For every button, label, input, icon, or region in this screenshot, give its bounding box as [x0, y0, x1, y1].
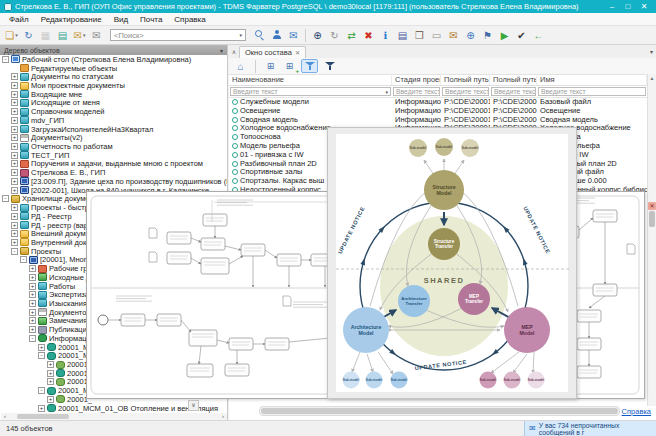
tree-expander[interactable]: - [2, 195, 9, 202]
reload-button[interactable]: ↻ [327, 27, 342, 43]
autohide-close-icon[interactable]: ✕ [648, 202, 656, 210]
scroll-up-icon[interactable]: ▲ [648, 74, 656, 82]
tree-expander[interactable]: + [11, 99, 18, 106]
sync-users-button[interactable]: ⇄ [344, 27, 359, 43]
tree-expander[interactable]: - [38, 387, 45, 394]
table-row[interactable]: ОсвещениеИнформацион...P:\CDE\20001\...P… [229, 107, 647, 116]
tree-expander[interactable]: + [11, 160, 18, 167]
tree-expander[interactable]: + [11, 117, 18, 124]
clipboard-button[interactable]: ❒ [412, 27, 427, 43]
tree-item[interactable]: +Документы(v2) [0, 133, 227, 142]
tree-item[interactable]: +[23.009.П], Здание цеха по производству… [0, 177, 227, 186]
tree-expander[interactable]: + [29, 291, 36, 298]
mail-important-button[interactable]: ✉ [446, 27, 461, 43]
tree-expander[interactable]: + [11, 82, 18, 89]
tree-item[interactable]: +ЗагрузкаИсполнителейНа3Квартал [0, 125, 227, 134]
menu-item-3[interactable]: Вид [108, 15, 134, 24]
close-button[interactable]: ✕ [636, 2, 652, 11]
tree-expander[interactable]: + [38, 344, 45, 351]
menu-item-1[interactable]: Файл [3, 15, 35, 24]
refresh-button[interactable]: ↻ [21, 27, 36, 43]
tree-expander[interactable]: + [47, 370, 54, 377]
menu-item-5[interactable]: Справка [168, 15, 211, 24]
tree-expander[interactable]: + [11, 126, 18, 133]
tree-expander[interactable]: + [11, 143, 18, 150]
add-filter-button[interactable]: ⊞+ [282, 60, 297, 73]
filter-input[interactable]: Введите текст▾ [230, 87, 391, 96]
tree-item[interactable]: +Исходящие от меня [0, 99, 227, 108]
delete-button[interactable]: ✖ [361, 27, 376, 43]
panel-menu-icon[interactable]: ▾ [220, 47, 223, 54]
paste-button[interactable]: ▤ [55, 27, 70, 43]
search-mail-button[interactable]: ✉ [286, 27, 301, 43]
run-button[interactable]: ▶ [497, 27, 512, 43]
menu-item-4[interactable]: Почта [134, 15, 168, 24]
tree-expander[interactable]: - [2, 56, 9, 63]
mail-button[interactable]: ✉ [89, 27, 104, 43]
tree-expander[interactable]: + [11, 108, 18, 115]
tree-expander[interactable]: + [29, 283, 36, 290]
search-input[interactable]: <Поиск>▾ [110, 29, 246, 41]
scroll-thumb[interactable] [261, 408, 618, 414]
column-header-1[interactable]: Наименование [229, 74, 392, 85]
tree-expander[interactable]: + [11, 239, 18, 246]
filter-dropdown-icon[interactable]: ▾ [385, 89, 388, 95]
tree-expander[interactable]: + [29, 300, 36, 307]
tree-item[interactable]: +Справочник моделей [0, 107, 227, 116]
tree-expander[interactable]: - [20, 256, 27, 263]
minimize-button[interactable]: – [604, 2, 620, 11]
tree-expander[interactable]: + [47, 396, 54, 403]
tree-expander[interactable]: + [29, 265, 36, 272]
info-button[interactable]: ℹ [378, 27, 393, 43]
filter-input[interactable]: Введите текст [538, 87, 646, 96]
tree-expander[interactable]: + [11, 169, 18, 176]
web-portal-button[interactable]: ⊕ [310, 27, 325, 43]
globe-button[interactable]: ⊕ [463, 27, 478, 43]
tree-item[interactable]: +ТЕСТ_ГИП [0, 151, 227, 160]
tree-horizontal-scrollbar[interactable]: ‹ › [1, 413, 227, 420]
tree-expander[interactable]: + [11, 91, 18, 98]
filter-input[interactable]: Введите текст▾ [393, 87, 440, 96]
tree-item[interactable]: +Документы по статусам [0, 72, 227, 81]
tree-expander[interactable]: + [11, 178, 18, 185]
tree-item[interactable]: +mdv_ГИП [0, 116, 227, 125]
tree-expander[interactable]: - [29, 335, 36, 342]
table-vertical-scrollbar[interactable]: ▲ ✕ [647, 74, 656, 406]
tree-expander[interactable]: + [47, 378, 54, 385]
home-button[interactable]: ⌂ [233, 60, 248, 73]
help-link[interactable]: Справка [622, 407, 651, 416]
table-horizontal-scrollbar[interactable] [259, 406, 620, 416]
column-header-3[interactable]: Полный путь к... [441, 74, 490, 85]
tree-item[interactable]: +Редактируемые объекты [0, 64, 227, 73]
checklist-button[interactable]: ▤ [395, 27, 410, 43]
tree-scroll-down-button[interactable]: ∨ [188, 400, 199, 411]
tree-expander[interactable]: + [11, 187, 18, 194]
comment-button[interactable]: ▭ [429, 27, 444, 43]
search-objects-button[interactable] [252, 27, 267, 43]
tree-item[interactable]: -Рабочий стол (Стрелкова Елена Владимиро… [0, 55, 227, 64]
scroll-left-icon[interactable]: ‹ [1, 413, 9, 420]
filter-input[interactable]: Введите текст▾ [491, 87, 536, 96]
tree-item[interactable]: +Отчетность по работам [0, 142, 227, 151]
new-object-button[interactable]: ❏▾ [4, 27, 19, 43]
tree-item[interactable]: +Мои проектные документы [0, 81, 227, 90]
send-mail-button[interactable]: ✉▾ [72, 27, 87, 43]
properties-button[interactable]: ▦ [38, 27, 53, 43]
tree-expander[interactable]: + [11, 222, 18, 229]
column-header-4[interactable]: Полный путь к... [490, 74, 537, 85]
scroll-thumb[interactable] [17, 414, 69, 419]
tab-list-icon[interactable]: ▾ [650, 48, 653, 55]
dropdown-arrow-icon[interactable]: ▾ [15, 32, 18, 38]
maximize-button[interactable]: □ [620, 2, 636, 11]
scroll-right-icon[interactable]: › [219, 413, 227, 420]
scroll-thumb[interactable] [649, 211, 655, 227]
tree-expander[interactable]: + [11, 230, 18, 237]
back-button[interactable]: ← [531, 27, 546, 43]
accept-button[interactable]: ✔ [514, 27, 529, 43]
tree-expander[interactable]: + [11, 73, 18, 80]
tree-expander[interactable]: - [11, 248, 18, 255]
collapse-panel-icon[interactable]: ∧ [229, 48, 239, 55]
subscriptions-button[interactable]: ⚑ [480, 27, 495, 43]
filter-settings-button[interactable] [322, 60, 337, 73]
tree-expander[interactable]: + [11, 134, 18, 141]
